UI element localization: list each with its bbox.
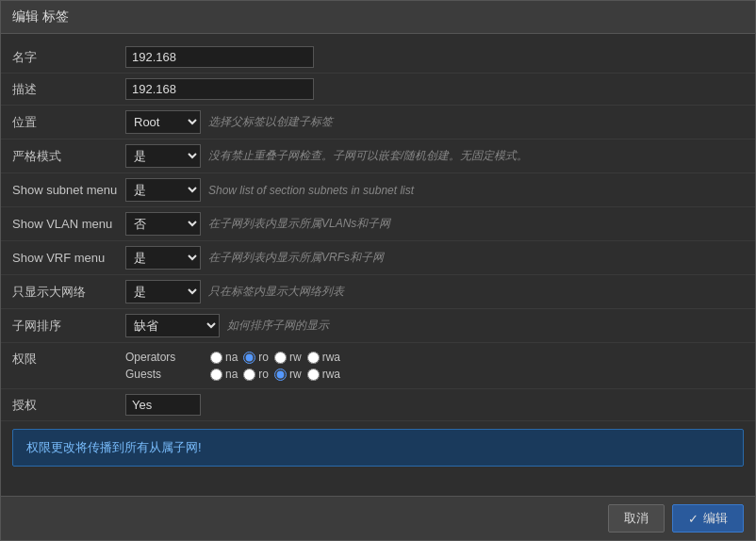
permissions-label: 权限 xyxy=(12,351,125,368)
guests-rw-radio[interactable] xyxy=(274,369,287,381)
guests-row: Guests na ro rw xyxy=(125,368,340,381)
show-vlan-label: Show VLAN menu xyxy=(12,217,125,231)
position-label: 位置 xyxy=(12,114,125,131)
operators-label: Operators xyxy=(125,351,201,364)
show-large-hint: 只在标签内显示大网络列表 xyxy=(208,284,344,300)
auth-row: 授权 xyxy=(1,389,755,421)
dialog-footer: 取消 ✓ 编辑 xyxy=(1,496,755,540)
show-vrf-hint: 在子网列表内显示所属VRFs和子网 xyxy=(208,250,384,266)
position-control: Root 选择父标签以创建子标签 xyxy=(125,110,744,134)
guests-ro-radio[interactable] xyxy=(243,369,255,381)
guests-na-radio[interactable] xyxy=(210,369,222,381)
subnet-order-select[interactable]: 缺省 xyxy=(125,314,220,337)
guests-label: Guests xyxy=(125,368,201,381)
guests-rwa-radio[interactable] xyxy=(307,369,320,381)
strict-row: 严格模式 是 否 没有禁止重叠子网检查。子网可以嵌套/随机创建。无固定模式。 xyxy=(1,139,755,173)
guests-na-option[interactable]: na xyxy=(210,368,238,381)
subnet-order-control: 缺省 如何排序子网的显示 xyxy=(125,314,744,337)
operators-rwa-option[interactable]: rwa xyxy=(307,351,340,364)
show-vrf-label: Show VRF menu xyxy=(12,251,125,265)
show-vrf-select[interactable]: 是 否 xyxy=(125,246,201,270)
guests-rw-option[interactable]: rw xyxy=(274,368,302,381)
operators-rw-option[interactable]: rw xyxy=(274,351,302,364)
operators-ro-option[interactable]: ro xyxy=(243,351,269,364)
guests-radio-group: na ro rw rwa xyxy=(210,368,340,381)
show-vlan-select[interactable]: 否 是 xyxy=(125,212,201,236)
auth-control xyxy=(125,394,744,416)
subnet-order-label: 子网排序 xyxy=(12,318,125,335)
auth-label: 授权 xyxy=(12,397,125,414)
show-vrf-row: Show VRF menu 是 否 在子网列表内显示所属VRFs和子网 xyxy=(1,241,755,275)
show-vlan-hint: 在子网列表内显示所属VLANs和子网 xyxy=(208,216,390,232)
ok-button[interactable]: ✓ 编辑 xyxy=(672,504,744,533)
permissions-control: Operators na ro rw xyxy=(125,351,744,381)
permissions-block: Operators na ro rw xyxy=(125,351,340,381)
subnet-order-row: 子网排序 缺省 如何排序子网的显示 xyxy=(1,309,755,343)
operators-rwa-radio[interactable] xyxy=(307,352,320,364)
show-subnet-select[interactable]: 是 否 xyxy=(125,178,201,202)
subnet-order-hint: 如何排序子网的显示 xyxy=(227,318,329,334)
name-control xyxy=(125,46,744,68)
strict-control: 是 否 没有禁止重叠子网检查。子网可以嵌套/随机创建。无固定模式。 xyxy=(125,144,744,168)
operators-na-option[interactable]: na xyxy=(210,351,238,364)
desc-input[interactable] xyxy=(125,78,314,100)
propagate-notice: 权限更改将传播到所有从属子网! xyxy=(12,429,744,467)
dialog-title: 编辑 标签 xyxy=(1,1,755,34)
guests-ro-option[interactable]: ro xyxy=(243,368,269,381)
name-label: 名字 xyxy=(12,49,125,66)
auth-input[interactable] xyxy=(125,394,201,416)
show-subnet-hint: Show list of section subnets in subnet l… xyxy=(208,184,414,197)
strict-select[interactable]: 是 否 xyxy=(125,144,201,168)
operators-rw-radio[interactable] xyxy=(274,352,287,364)
form-body: 名字 描述 位置 Root 选择父标签以创建子标签 严格模式 xyxy=(1,34,755,482)
show-subnet-row: Show subnet menu 是 否 Show list of sectio… xyxy=(1,173,755,207)
name-row: 名字 xyxy=(1,41,755,74)
strict-label: 严格模式 xyxy=(12,148,125,165)
show-subnet-label: Show subnet menu xyxy=(12,183,125,197)
position-hint: 选择父标签以创建子标签 xyxy=(208,114,333,130)
desc-control xyxy=(125,78,744,100)
operators-radio-group: na ro rw rwa xyxy=(210,351,340,364)
operators-row: Operators na ro rw xyxy=(125,351,340,364)
desc-label: 描述 xyxy=(12,81,125,98)
show-large-row: 只显示大网络 是 否 只在标签内显示大网络列表 xyxy=(1,275,755,309)
edit-dialog: 编辑 标签 名字 描述 位置 Root 选择父标签以创建子标签 xyxy=(0,0,756,541)
name-input[interactable] xyxy=(125,46,314,68)
show-vrf-control: 是 否 在子网列表内显示所属VRFs和子网 xyxy=(125,246,744,270)
show-large-label: 只显示大网络 xyxy=(12,284,125,301)
operators-ro-radio[interactable] xyxy=(243,352,255,364)
ok-icon: ✓ xyxy=(688,512,698,526)
position-select[interactable]: Root xyxy=(125,110,201,134)
show-large-select[interactable]: 是 否 xyxy=(125,280,201,303)
show-large-control: 是 否 只在标签内显示大网络列表 xyxy=(125,280,744,303)
show-vlan-row: Show VLAN menu 否 是 在子网列表内显示所属VLANs和子网 xyxy=(1,207,755,241)
permissions-row: 权限 Operators na ro xyxy=(1,343,755,389)
show-subnet-control: 是 否 Show list of section subnets in subn… xyxy=(125,178,744,202)
ok-label: 编辑 xyxy=(703,510,728,527)
desc-row: 描述 xyxy=(1,74,755,106)
cancel-button[interactable]: 取消 xyxy=(608,504,665,533)
guests-rwa-option[interactable]: rwa xyxy=(307,368,340,381)
strict-hint: 没有禁止重叠子网检查。子网可以嵌套/随机创建。无固定模式。 xyxy=(208,148,528,164)
position-row: 位置 Root 选择父标签以创建子标签 xyxy=(1,106,755,139)
operators-na-radio[interactable] xyxy=(210,352,222,364)
show-vlan-control: 否 是 在子网列表内显示所属VLANs和子网 xyxy=(125,212,744,236)
